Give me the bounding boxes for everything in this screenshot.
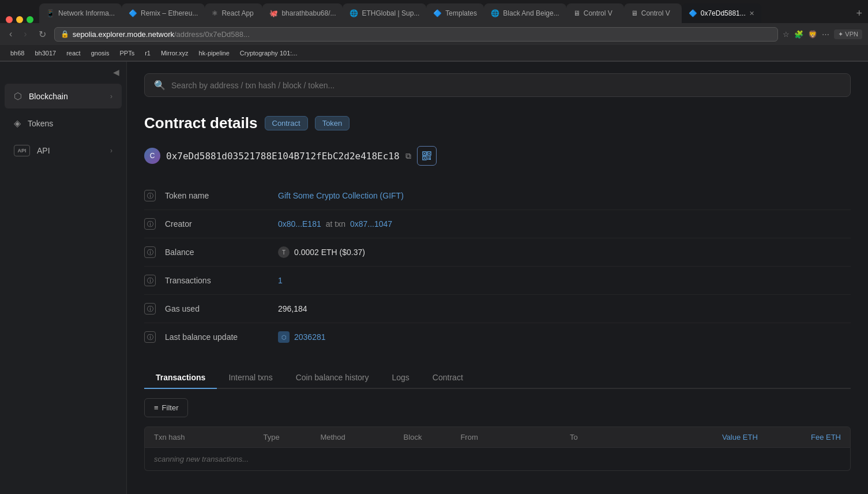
search-bar: 🔍	[144, 73, 851, 97]
bookmark-gnosis[interactable]: gnosis	[87, 48, 114, 58]
filter-button[interactable]: ≡ Filter	[144, 398, 188, 417]
scanning-status: scanning new transactions...	[145, 448, 850, 470]
balance-label: Balance	[165, 248, 269, 257]
copy-icon[interactable]: ⧉	[405, 151, 411, 161]
browser-tab-controlv2[interactable]: 🖥Control V	[624, 3, 682, 23]
bookmark-bh68[interactable]: bh68	[6, 48, 29, 58]
sidebar-item-api[interactable]: API API ›	[5, 138, 122, 163]
creator-value: 0x80...E181 at txn 0x87...1047	[278, 219, 392, 229]
contract-address: 0x7eDd5881d03521788E104B712fEbC2d2e418Ec…	[166, 151, 400, 162]
search-icon: 🔍	[154, 80, 166, 91]
browser-tab-react[interactable]: ⚛React App	[205, 3, 262, 23]
token-name-link[interactable]: Gift Some Crypto Collection (GIFT)	[278, 191, 404, 200]
tab-close-icon[interactable]: ✕	[749, 10, 754, 17]
token-name-icon: ⓘ	[144, 190, 156, 201]
block-number-link[interactable]: 2036281	[294, 332, 326, 342]
col-header-to: To	[570, 433, 675, 441]
svg-rect-9	[429, 158, 431, 160]
main-layout: ◀ ⬡ Blockchain › ◈ Tokens API API › 🔍 Co…	[0, 62, 868, 494]
detail-row-gas: ⓘ Gas used 296,184	[144, 295, 851, 323]
forward-button[interactable]: ›	[20, 28, 30, 40]
sidebar-item-blockchain[interactable]: ⬡ Blockchain ›	[5, 84, 122, 108]
bookmark-hk-pipeline[interactable]: hk-pipeline	[194, 48, 234, 58]
svg-rect-3	[429, 153, 430, 154]
token-badge[interactable]: Token	[315, 116, 350, 130]
contract-header: Contract details Contract Token	[144, 114, 851, 132]
bookmark-ppts[interactable]: PPTs	[115, 48, 139, 58]
browser-tab-remix[interactable]: 🔷Remix – Ethereu...	[122, 3, 205, 23]
tokens-icon: ◈	[14, 118, 21, 129]
col-header-txn-hash: Txn hash	[154, 433, 259, 441]
tab-nav-coin-balance-history[interactable]: Coin balance history	[284, 367, 381, 389]
bookmark-mirror-xyz[interactable]: Mirror.xyz	[156, 48, 193, 58]
browser-tab-macbook[interactable]: 📱Network Informa...	[39, 3, 122, 23]
main-content: 🔍 Contract details Contract Token C 0x7e…	[127, 62, 868, 494]
fullscreen-traffic-light[interactable]	[27, 16, 33, 23]
col-header-type: Type	[264, 433, 316, 441]
table-header: Txn hashTypeMethodBlockFromToValue ETHFe…	[144, 426, 851, 448]
transactions-label: Transactions	[165, 276, 269, 285]
tab-nav-internal-txns[interactable]: Internal txns	[217, 367, 284, 389]
detail-row-balance: ⓘ Balance T 0.0002 ETH ($0.37)	[144, 238, 851, 267]
detail-row-creator: ⓘ Creator 0x80...E181 at txn 0x87...1047	[144, 210, 851, 238]
token-name-label: Token name	[165, 191, 269, 200]
vpn-badge[interactable]: ✦ VPN	[834, 29, 862, 39]
tab-nav-transactions[interactable]: Transactions	[144, 367, 217, 389]
detail-row-last-balance: ⓘ Last balance update ⬡ 2036281	[144, 323, 851, 351]
refresh-button[interactable]: ↻	[35, 28, 50, 41]
address-text: sepolia.explorer.mode.network/address/0x…	[73, 30, 250, 39]
transactions-count-link[interactable]: 1	[278, 276, 283, 285]
more-icon[interactable]: ⋯	[822, 30, 829, 39]
details-grid: ⓘ Token name Gift Some Crypto Collection…	[144, 182, 851, 351]
search-input[interactable]	[171, 81, 841, 90]
address-bar[interactable]: 🔒 sepolia.explorer.mode.network/address/…	[54, 27, 779, 42]
api-icon: API	[14, 145, 30, 156]
detail-row-token-name: ⓘ Token name Gift Some Crypto Collection…	[144, 182, 851, 210]
creator-address-link[interactable]: 0x80...E181	[278, 219, 321, 229]
chevron-right-icon: ›	[110, 92, 112, 100]
table-body: scanning new transactions...	[144, 448, 851, 471]
bookmark-r1[interactable]: r1	[140, 48, 155, 58]
col-header-block: Block	[404, 433, 456, 441]
back-button[interactable]: ‹	[6, 28, 16, 40]
last-balance-label: Last balance update	[165, 332, 269, 342]
browser-tab-blackbeige[interactable]: 🌐Black And Beige...	[484, 3, 566, 23]
browser-tab-controlv1[interactable]: 🖥Control V	[566, 3, 624, 23]
sidebar-item-tokens[interactable]: ◈ Tokens	[5, 111, 122, 136]
minimize-traffic-light[interactable]	[16, 16, 23, 23]
bookmark-react[interactable]: react	[62, 48, 85, 58]
close-traffic-light[interactable]	[6, 16, 13, 23]
browser-tab-templates[interactable]: 🔷Templates	[426, 3, 484, 23]
creator-icon: ⓘ	[144, 218, 156, 230]
bookmark-cryptography-101----[interactable]: Cryptography 101:...	[235, 48, 302, 58]
extensions-icon[interactable]: 🧩	[794, 30, 803, 39]
col-header-fee-eth: Fee ETH	[762, 433, 841, 441]
balance-value: T 0.0002 ETH ($0.37)	[278, 246, 365, 258]
address-row: C 0x7eDd5881d03521788E104B712fEbC2d2e418…	[144, 146, 851, 166]
bookmark-icon[interactable]: ☆	[783, 30, 790, 39]
svg-rect-7	[429, 156, 431, 158]
svg-rect-1	[424, 153, 425, 154]
bookmark-bh3017[interactable]: bh3017	[30, 48, 61, 58]
contract-title: Contract details	[144, 114, 258, 132]
block-icon: ⬡	[278, 331, 290, 343]
sidebar: ◀ ⬡ Blockchain › ◈ Tokens API API ›	[0, 62, 127, 494]
last-balance-value: ⬡ 2036281	[278, 331, 326, 343]
tab-nav-logs[interactable]: Logs	[381, 367, 421, 389]
tab-nav-contract[interactable]: Contract	[421, 367, 475, 389]
svg-rect-8	[427, 158, 429, 160]
transactions-value: 1	[278, 276, 283, 285]
lock-icon: 🔒	[61, 30, 69, 38]
browser-chrome: 📱Network Informa...🔷Remix – Ethereu...⚛R…	[0, 0, 868, 62]
browser-tab-ethglobal[interactable]: 🌐ETHGlobal | Sup...	[343, 3, 426, 23]
creator-txn-link[interactable]: 0x87...1047	[350, 219, 392, 229]
qr-code-button[interactable]	[417, 146, 437, 166]
sidebar-toggle[interactable]: ◀	[0, 62, 126, 83]
browser-tab-bharath[interactable]: 🐙bharathbabu68/...	[262, 3, 343, 23]
contract-badge[interactable]: Contract	[265, 116, 308, 130]
new-tab-button[interactable]: +	[850, 4, 868, 23]
svg-rect-5	[424, 158, 425, 159]
browser-extras: ☆ 🧩 🦁 ⋯ ✦ VPN	[783, 29, 862, 39]
api-chevron-icon: ›	[110, 147, 112, 155]
browser-tab-current[interactable]: 🔷0x7eDd5881...✕	[682, 3, 761, 23]
